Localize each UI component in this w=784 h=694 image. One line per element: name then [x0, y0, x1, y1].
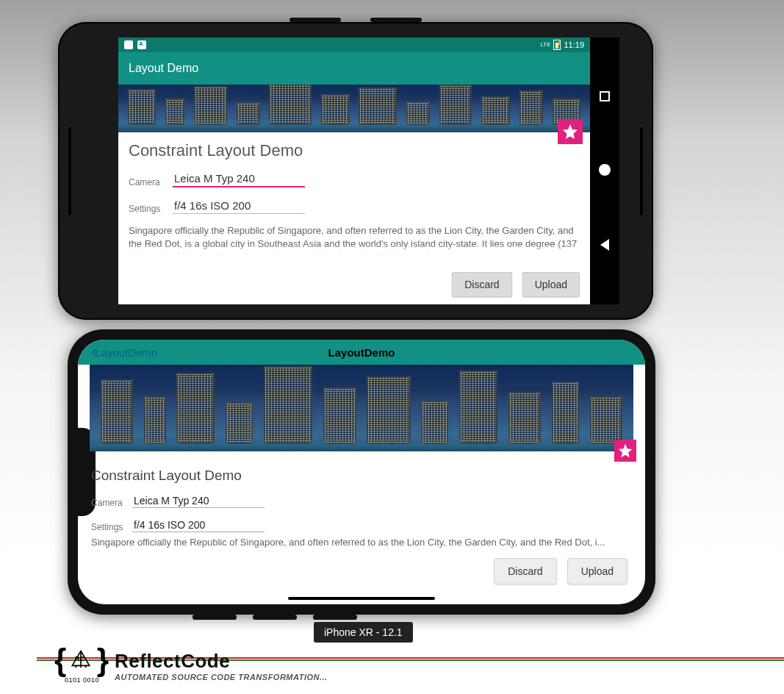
android-app-bar: Layout Demo: [118, 52, 590, 85]
ios-back-label: LayoutDemo: [95, 346, 157, 359]
device-label: iPhone XR - 12.1: [314, 622, 413, 643]
settings-input[interactable]: [173, 198, 305, 214]
star-icon: [617, 443, 633, 459]
upload-button[interactable]: Upload: [567, 558, 627, 584]
hero-image: [90, 365, 633, 451]
ios-nav-title: LayoutDemo: [328, 346, 395, 359]
iphone-screen: ‹ LayoutDemo LayoutDemo C: [78, 340, 645, 604]
iphone-device-frame: ‹ LayoutDemo LayoutDemo C: [68, 329, 655, 615]
ios-nav-bar: ‹ LayoutDemo LayoutDemo: [78, 340, 645, 365]
ios-back-button[interactable]: ‹ LayoutDemo: [91, 340, 157, 365]
description-text: Singapore officially the Republic of Sin…: [91, 537, 632, 548]
android-nav-bar: [590, 37, 619, 304]
back-button[interactable]: [600, 239, 609, 251]
card-icon: [124, 40, 133, 49]
discard-button[interactable]: Discard: [452, 272, 511, 297]
description-text: Singapore officially the Republic of Sin…: [129, 224, 580, 255]
reflectcode-logo: { RC } 0101 0010: [56, 647, 107, 682]
home-button[interactable]: [599, 164, 611, 176]
settings-label: Settings: [91, 522, 125, 532]
status-time: 11:19: [564, 40, 584, 49]
camera-label: Camera: [129, 177, 164, 187]
overview-button[interactable]: [600, 91, 610, 101]
home-indicator[interactable]: [288, 597, 435, 600]
discard-button[interactable]: Discard: [494, 558, 556, 584]
android-device-frame: LTE 11:19 Layout Demo: [58, 22, 653, 320]
brand-name: ReflectCode: [115, 650, 328, 673]
favorite-fab[interactable]: [614, 440, 636, 462]
android-status-bar: LTE 11:19: [118, 37, 590, 52]
camera-input[interactable]: [132, 494, 265, 508]
page-title: Constraint Layout Demo: [91, 468, 632, 484]
page-title: Constraint Layout Demo: [129, 141, 580, 160]
keyboard-icon: [137, 40, 146, 49]
camera-label: Camera: [91, 498, 125, 508]
brand-tagline: Automated source code transformation...: [115, 673, 328, 682]
app-bar-title: Layout Demo: [129, 62, 198, 75]
network-icon: LTE: [540, 42, 550, 48]
battery-icon: [553, 40, 561, 50]
upload-button[interactable]: Upload: [522, 272, 580, 297]
settings-input[interactable]: [132, 518, 265, 532]
footer: { RC } 0101 0010 ReflectCode Automated s…: [0, 647, 784, 682]
camera-input[interactable]: [173, 171, 305, 187]
hero-image: [118, 85, 590, 132]
android-screen: LTE 11:19 Layout Demo: [118, 37, 619, 304]
settings-label: Settings: [129, 204, 164, 214]
